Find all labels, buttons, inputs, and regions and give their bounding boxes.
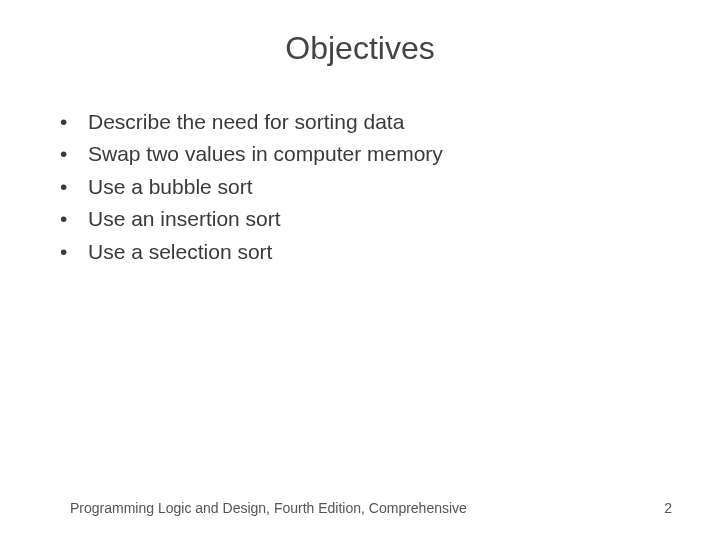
slide-title: Objectives (0, 0, 720, 107)
footer-text: Programming Logic and Design, Fourth Edi… (70, 500, 467, 516)
list-item: Swap two values in computer memory (60, 139, 680, 169)
objectives-list: Describe the need for sorting data Swap … (0, 107, 720, 267)
page-number: 2 (664, 500, 672, 516)
list-item: Use a selection sort (60, 237, 680, 267)
list-item: Use an insertion sort (60, 204, 680, 234)
list-item: Describe the need for sorting data (60, 107, 680, 137)
slide: Objectives Describe the need for sorting… (0, 0, 720, 540)
list-item: Use a bubble sort (60, 172, 680, 202)
slide-footer: Programming Logic and Design, Fourth Edi… (0, 500, 720, 516)
